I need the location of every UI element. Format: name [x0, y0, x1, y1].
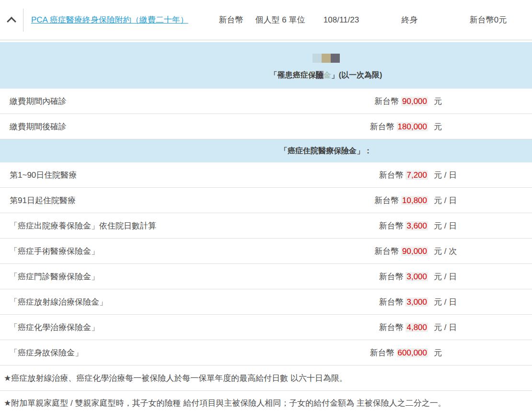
- benefit-unit: 元: [428, 96, 532, 107]
- benefit-label: 「癌症手術醫療保險金」: [0, 246, 374, 257]
- benefit-unit: 元 / 日: [428, 195, 532, 206]
- benefit-row: 繳費期間內確診 新台幣 90,000 元: [0, 89, 532, 114]
- benefit-row: 繳費期間後確診 新台幣 180,000 元: [0, 114, 532, 139]
- benefit-value: 新台幣 90,000: [374, 96, 428, 107]
- benefit-amount: 180,000: [397, 122, 428, 131]
- legend-square-3: [331, 54, 340, 63]
- benefit-value: 新台幣 4,800: [379, 322, 428, 333]
- chevron-up-icon: [7, 17, 16, 26]
- currency-label: 新台幣: [379, 221, 404, 230]
- caption-part-tinted: 癌症保: [293, 71, 316, 79]
- header-term: 終身: [375, 14, 444, 26]
- benefit-unit: 元 / 日: [428, 271, 532, 282]
- benefit-row: 第91日起住院醫療 新台幣 10,800 元 / 日: [0, 188, 532, 213]
- section-band-hospitalization: 「癌症住院醫療保險金」：: [0, 139, 532, 162]
- benefit-value: 新台幣 7,200: [379, 170, 428, 181]
- benefit-unit: 元 / 次: [428, 246, 532, 257]
- benefit-unit: 元: [428, 121, 532, 132]
- currency-label: 新台幣: [379, 323, 404, 332]
- currency-label: 新台幣: [370, 122, 394, 131]
- benefit-row: 第1~90日住院醫療 新台幣 7,200 元 / 日: [0, 162, 532, 188]
- benefit-amount: 3,000: [405, 272, 428, 281]
- currency-label: 新台幣: [379, 272, 404, 281]
- note-row: ★癌症放射線治療、癌症化學治療每一被保險人於每一保單年度的最高給付日數 以六十日…: [0, 365, 532, 391]
- benefit-label: 「癌症出院療養保險金」依住院日數計算: [0, 220, 379, 231]
- benefit-label: 繳費期間後確診: [0, 121, 370, 132]
- benefit-amount: 3,600: [405, 221, 428, 230]
- currency-label: 新台幣: [374, 247, 399, 256]
- benefit-value: 新台幣 180,000: [370, 121, 428, 132]
- benefit-label: 「癌症門診醫療保險金」: [0, 271, 379, 282]
- legend-square-1: [312, 54, 322, 63]
- benefit-row: 「癌症化學治療保險金」 新台幣 4,800 元 / 日: [0, 315, 532, 340]
- policy-header-row: PCA 癌症醫療終身保險附約（繳費二十年） 新台幣 個人型 6 單位 108/1…: [0, 0, 532, 40]
- benefit-row: 「癌症出院療養保險金」依住院日數計算 新台幣 3,600 元 / 日: [0, 213, 532, 239]
- benefit-unit: 元 / 日: [428, 297, 532, 308]
- benefit-value: 新台幣 600,000: [370, 347, 428, 358]
- note-text: ★癌症放射線治療、癌症化學治療每一被保險人於每一保單年度的最高給付日數 以六十日…: [0, 373, 347, 384]
- benefit-value: 新台幣 90,000: [374, 246, 428, 257]
- benefit-amount: 90,000: [401, 97, 428, 106]
- section-caption-cancer-diagnosis: 「罹患癌症保險金」(以一次為限): [120, 70, 532, 80]
- benefit-amount: 3,000: [405, 297, 428, 307]
- section-caption-hospitalization: 「癌症住院醫療保險金」：: [0, 146, 532, 156]
- section-band-cancer-diagnosis: 「罹患癌症保險金」(以一次為限): [0, 42, 532, 89]
- benefit-unit: 元 / 日: [428, 220, 532, 231]
- currency-label: 新台幣: [374, 196, 399, 205]
- header-currency: 新台幣: [209, 14, 253, 26]
- benefit-label: 第91日起住院醫療: [0, 195, 374, 206]
- note-row: ★附加單親家庭型 / 雙親家庭型時，其子女的險種 給付項目與主被保險人相同；子女…: [0, 391, 532, 411]
- benefit-unit: 元 / 日: [428, 170, 532, 181]
- benefit-value: 新台幣 3,600: [379, 220, 428, 231]
- caption-part-censored: 險: [316, 71, 324, 79]
- header-premium: 新台幣0元: [444, 14, 532, 26]
- benefit-label: 第1~90日住院醫療: [0, 170, 379, 181]
- benefit-row: 「癌症門診醫療保險金」 新台幣 3,000 元 / 日: [0, 264, 532, 289]
- benefit-amount: 600,000: [397, 348, 428, 357]
- benefit-label: 「癌症放射線治療保險金」: [0, 297, 379, 308]
- header-effective-date: 108/11/23: [308, 14, 375, 26]
- benefit-amount: 4,800: [405, 323, 428, 332]
- benefit-amount: 10,800: [401, 196, 428, 205]
- benefit-label: 「癌症身故保險金」: [0, 347, 370, 358]
- currency-label: 新台幣: [379, 171, 404, 180]
- benefit-label: 繳費期間內確診: [0, 96, 374, 107]
- currency-label: 新台幣: [370, 348, 394, 357]
- currency-label: 新台幣: [379, 297, 404, 307]
- benefit-value: 新台幣 3,000: [379, 297, 428, 308]
- benefit-unit: 元: [428, 347, 532, 358]
- benefit-value: 新台幣 10,800: [374, 195, 428, 206]
- caption-part: 「罹患: [270, 71, 293, 79]
- note-text: ★附加單親家庭型 / 雙親家庭型時，其子女的險種 給付項目與主被保險人相同；子女…: [0, 398, 446, 409]
- color-legend: [120, 42, 532, 63]
- caption-part-faded: 金: [324, 71, 331, 79]
- collapse-toggle-button[interactable]: [0, 15, 23, 25]
- benefit-unit: 元 / 日: [428, 322, 532, 333]
- benefit-row: 「癌症放射線治療保險金」 新台幣 3,000 元 / 日: [0, 289, 532, 315]
- policy-name-link[interactable]: PCA 癌症醫療終身保險附約（繳費二十年）: [31, 15, 188, 24]
- benefit-label: 「癌症化學治療保險金」: [0, 322, 379, 333]
- currency-label: 新台幣: [374, 97, 399, 106]
- benefit-amount: 90,000: [401, 247, 428, 256]
- header-plan-type: 個人型 6 單位: [253, 14, 308, 26]
- benefit-value: 新台幣 3,000: [379, 271, 428, 282]
- legend-square-2: [322, 54, 331, 63]
- benefit-row: 「癌症手術醫療保險金」 新台幣 90,000 元 / 次: [0, 239, 532, 264]
- benefit-amount: 7,200: [405, 171, 428, 180]
- benefit-row: 「癌症身故保險金」 新台幣 600,000 元: [0, 340, 532, 365]
- caption-part: 」(以一次為限): [331, 71, 382, 79]
